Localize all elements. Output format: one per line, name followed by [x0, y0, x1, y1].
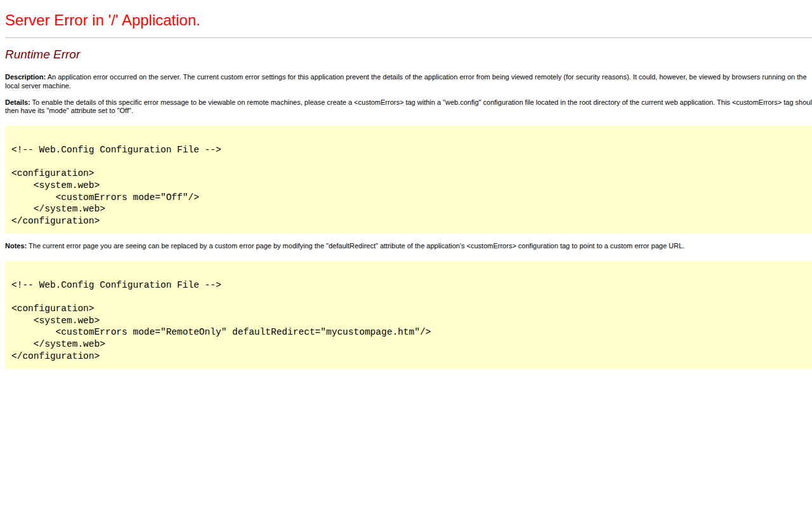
- description-text: An application error occurred on the ser…: [5, 73, 807, 89]
- details-label: Details:: [5, 98, 30, 106]
- error-type-subtitle: Runtime Error: [5, 48, 812, 62]
- notes-paragraph: Notes: The current error page you are se…: [5, 242, 812, 250]
- code-block-custom-errors-off: <!-- Web.Config Configuration File --> <…: [5, 126, 812, 234]
- web-config-remoteonly-code: <!-- Web.Config Configuration File --> <…: [11, 267, 811, 363]
- notes-text: The current error page you are seeing ca…: [29, 242, 684, 250]
- details-paragraph: Details: To enable the details of this s…: [5, 98, 812, 115]
- web-config-off-code: <!-- Web.Config Configuration File --> <…: [11, 132, 811, 227]
- description-paragraph: Description: An application error occurr…: [5, 73, 812, 90]
- page-title: Server Error in '/' Application.: [5, 11, 812, 29]
- code-block-custom-errors-remoteonly: <!-- Web.Config Configuration File --> <…: [5, 261, 812, 369]
- notes-label: Notes:: [5, 242, 27, 250]
- details-text: To enable the details of this specific e…: [5, 98, 812, 114]
- description-label: Description:: [5, 73, 46, 81]
- title-divider: [5, 37, 812, 38]
